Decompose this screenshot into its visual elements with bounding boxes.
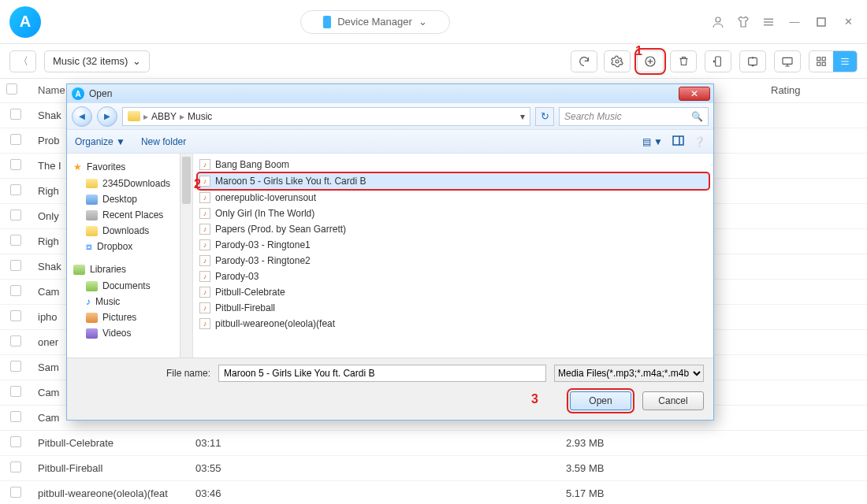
row-checkbox[interactable] — [10, 184, 21, 195]
callout-2: 2 — [194, 177, 201, 191]
svg-rect-19 — [673, 136, 683, 145]
file-name: Pitbull-Celebrate — [215, 287, 285, 298]
callout-3: 3 — [531, 392, 538, 406]
maximize-button[interactable] — [812, 13, 831, 32]
tshirt-icon[interactable] — [735, 13, 752, 31]
cell-size: 2.93 MB — [560, 430, 662, 455]
help-button[interactable]: ❔ — [694, 136, 705, 147]
select-all-checkbox[interactable] — [6, 83, 17, 94]
file-row[interactable]: ♪pitbull-weareone(oleola)(feat — [193, 316, 713, 332]
file-row[interactable]: ♪Maroon 5 - Girls Like You ft. Cardi B — [198, 173, 709, 189]
dialog-body: ★Favorites 2345Downloads Desktop Recent … — [67, 154, 713, 358]
sidebar-group-libraries[interactable]: Libraries — [69, 261, 191, 278]
row-checkbox[interactable] — [10, 335, 21, 346]
sidebar-item[interactable]: Videos — [69, 325, 191, 341]
file-name: pitbull-weareone(oleola)(feat — [215, 318, 335, 329]
sidebar-group-favorites[interactable]: ★Favorites — [69, 158, 191, 176]
music-file-icon: ♪ — [199, 159, 210, 170]
row-checkbox[interactable] — [10, 285, 21, 296]
chevron-down-icon: ⌄ — [419, 16, 427, 28]
sidebar-item[interactable]: 2345Downloads — [69, 176, 191, 191]
row-checkbox[interactable] — [10, 260, 21, 271]
to-itunes-button[interactable] — [739, 50, 766, 72]
to-pc-button[interactable] — [774, 50, 801, 72]
file-row[interactable]: ♪Papers (Prod. by Sean Garrett) — [193, 221, 713, 237]
row-checkbox[interactable] — [10, 461, 21, 472]
sidebar-item[interactable]: Pictures — [69, 309, 191, 325]
svg-rect-10 — [749, 57, 757, 65]
file-row[interactable]: ♪Parody-03 — [193, 269, 713, 284]
nav-forward-button[interactable]: ► — [97, 106, 117, 127]
file-row[interactable]: ♪Pitbull-Celebrate — [193, 284, 713, 300]
path-seg-folder[interactable]: Music — [188, 111, 212, 122]
row-checkbox[interactable] — [10, 159, 21, 170]
grid-view-button[interactable] — [809, 51, 833, 72]
path-seg-user[interactable]: ABBY — [151, 111, 177, 122]
file-name: Only Girl (In The World) — [215, 208, 314, 219]
sidebar-item[interactable]: Recent Places — [69, 207, 191, 223]
dialog-close-button[interactable]: ✕ — [679, 87, 710, 101]
row-checkbox[interactable] — [10, 235, 21, 246]
sidebar-scrollbar[interactable] — [180, 154, 192, 358]
close-button[interactable]: ✕ — [839, 13, 858, 32]
col-rating[interactable]: Rating — [765, 79, 867, 102]
preview-pane-button[interactable] — [672, 135, 684, 148]
row-checkbox[interactable] — [10, 386, 21, 397]
breadcrumb[interactable]: Music (32 items) ⌄ — [44, 50, 150, 72]
organize-menu[interactable]: Organize ▼ — [75, 136, 125, 147]
device-selector[interactable]: Device Manager ⌄ — [300, 10, 450, 34]
nav-back-button[interactable]: ◄ — [72, 106, 92, 127]
account-icon[interactable] — [709, 13, 727, 31]
to-device-button[interactable] — [705, 50, 731, 72]
file-row[interactable]: ♪Only Girl (In The World) — [193, 206, 713, 221]
row-checkbox[interactable] — [10, 209, 21, 220]
row-checkbox[interactable] — [10, 487, 21, 498]
sidebar-item[interactable]: ⧈Dropbox — [69, 239, 191, 254]
list-view-button[interactable] — [833, 51, 857, 72]
file-row[interactable]: ♪onerepublic-loverunsout — [193, 190, 713, 206]
delete-button[interactable] — [670, 50, 697, 72]
music-file-icon: ♪ — [199, 192, 210, 203]
table-row[interactable]: Pitbull-Fireball 03:55 3.59 MB — [0, 455, 867, 480]
dialog-title: Open — [89, 88, 112, 99]
back-button[interactable]: 〈 — [9, 50, 36, 72]
dialog-bottom: File name: Media Files(*.mp3;*.m4a;*.m4b… — [67, 358, 713, 420]
cancel-button[interactable]: Cancel — [642, 391, 704, 410]
row-checkbox[interactable] — [10, 411, 21, 422]
row-checkbox[interactable] — [10, 361, 21, 372]
path-refresh-button[interactable]: ↻ — [535, 107, 554, 126]
table-row[interactable]: Pitbull-Celebrate 03:11 2.93 MB — [0, 430, 867, 455]
file-row[interactable]: ♪Pitbull-Fireball — [193, 300, 713, 316]
file-name: Parody-03 — [215, 271, 259, 282]
search-input[interactable]: Search Music 🔍 — [559, 107, 709, 126]
desktop-icon — [86, 195, 98, 205]
sidebar-item[interactable]: Desktop — [69, 191, 191, 207]
sidebar-item[interactable]: ♪Music — [69, 294, 191, 309]
sidebar-item[interactable]: Downloads — [69, 223, 191, 239]
path-sep-icon: ▸ — [143, 111, 148, 122]
open-button[interactable]: Open — [570, 391, 631, 410]
path-dropdown-icon[interactable]: ▾ — [520, 111, 525, 122]
filename-input[interactable] — [218, 365, 546, 382]
svg-rect-14 — [817, 62, 820, 65]
row-checkbox[interactable] — [10, 310, 21, 321]
refresh-button[interactable] — [571, 50, 597, 72]
row-checkbox[interactable] — [10, 109, 21, 120]
file-row[interactable]: ♪Parody-03 - Ringtone2 — [193, 253, 713, 269]
menu-icon[interactable] — [760, 13, 777, 31]
file-row[interactable]: ♪Parody-03 - Ringtone1 — [193, 237, 713, 253]
path-bar[interactable]: ▸ ABBY ▸ Music ▾ — [122, 107, 530, 126]
file-row[interactable]: ♪Bang Bang Boom — [193, 157, 713, 172]
open-dialog: A Open ✕ ◄ ► ▸ ABBY ▸ Music ▾ ↻ Search M… — [66, 83, 714, 421]
view-toggle — [809, 50, 858, 72]
callout-1: 1 — [635, 44, 642, 58]
sidebar-item[interactable]: Documents — [69, 278, 191, 294]
filter-select[interactable]: Media Files(*.mp3;*.m4a;*.m4b — [554, 365, 704, 382]
row-checkbox[interactable] — [10, 134, 21, 145]
minimize-button[interactable]: — — [785, 13, 804, 32]
table-row[interactable]: pitbull-weareone(oleola)(feat 03:46 5.17… — [0, 480, 867, 504]
settings-button[interactable] — [604, 50, 631, 72]
view-options-button[interactable]: ▤ ▼ — [642, 136, 663, 147]
row-checkbox[interactable] — [10, 436, 21, 447]
new-folder-button[interactable]: New folder — [141, 136, 186, 147]
